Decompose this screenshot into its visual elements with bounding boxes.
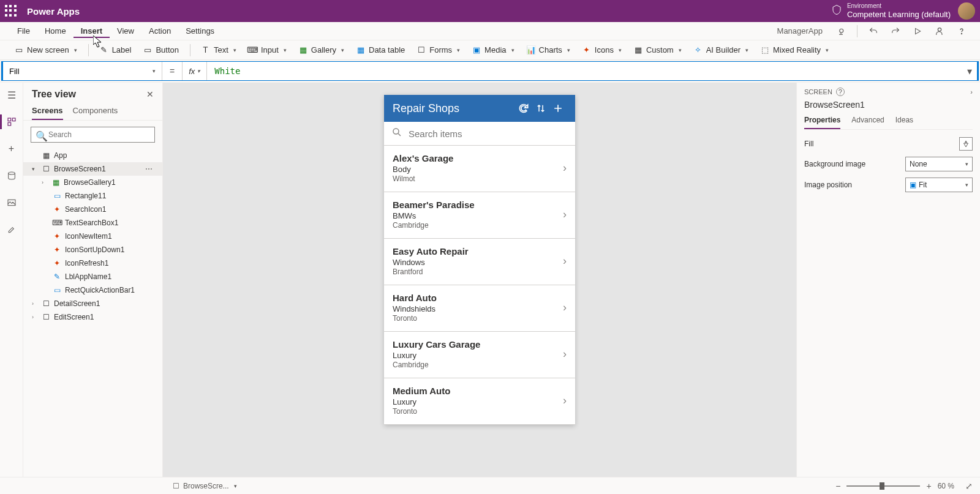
suite-header: Power Apps Environment Competent Learnin… bbox=[0, 0, 980, 22]
rail-tree-icon[interactable] bbox=[4, 114, 19, 129]
rail-media-icon[interactable] bbox=[4, 195, 19, 210]
fill-color-picker[interactable] bbox=[959, 137, 973, 151]
tree-item-app[interactable]: ▦App bbox=[23, 149, 162, 162]
gallery-button[interactable]: ▦Gallery▾ bbox=[294, 43, 349, 57]
formula-input[interactable] bbox=[207, 62, 962, 80]
button-button[interactable]: ▭Button bbox=[138, 43, 184, 57]
list-item-title: Luxury Cars Garage bbox=[393, 339, 563, 350]
rail-hamburger-icon[interactable]: ☰ bbox=[4, 88, 19, 102]
table-icon: ▦ bbox=[356, 46, 365, 54]
preview-refresh-icon[interactable] bbox=[515, 102, 532, 114]
preview-list-item[interactable]: Luxury Cars Garage Luxury Cambridge › bbox=[384, 332, 575, 378]
props-tab-properties[interactable]: Properties bbox=[804, 116, 840, 129]
formula-expand-button[interactable]: ▾ bbox=[962, 65, 977, 77]
preview-list-item[interactable]: Hard Auto Windshields Toronto › bbox=[384, 285, 575, 332]
preview-search-input[interactable] bbox=[409, 129, 568, 139]
data-table-button[interactable]: ▦Data table bbox=[352, 43, 410, 57]
tree-item-lbl-app[interactable]: ✎LblAppName1 bbox=[23, 270, 162, 283]
label-button[interactable]: ✎Label bbox=[95, 43, 137, 57]
props-collapse-icon[interactable]: › bbox=[970, 88, 973, 95]
tree-close-button[interactable]: ✕ bbox=[146, 89, 154, 99]
preview-sort-icon[interactable] bbox=[532, 103, 549, 114]
new-screen-button[interactable]: ▭New screen▾ bbox=[10, 43, 82, 57]
tree-search-input[interactable] bbox=[31, 127, 155, 143]
media-button[interactable]: ▣Media▾ bbox=[467, 43, 519, 57]
app-checker-icon[interactable] bbox=[832, 23, 850, 40]
preview-list-item[interactable]: Beamer's Paradise BMWs Cambridge › bbox=[384, 192, 575, 239]
list-item-subtitle: Luxury bbox=[393, 351, 563, 360]
tree-item-icon-new[interactable]: ✦IconNewItem1 bbox=[23, 230, 162, 243]
app-icon: ▦ bbox=[42, 151, 50, 160]
fx-label[interactable]: fx▾ bbox=[183, 62, 207, 80]
rail-insert-icon[interactable]: + bbox=[4, 141, 19, 156]
tree-item-search-icon[interactable]: ✦SearchIcon1 bbox=[23, 203, 162, 216]
menu-insert[interactable]: Insert bbox=[74, 24, 110, 38]
tree-tab-components[interactable]: Components bbox=[73, 106, 118, 120]
image-position-select[interactable]: ▣Fit▾ bbox=[905, 178, 973, 192]
charts-button[interactable]: 📊Charts▾ bbox=[522, 43, 575, 57]
icons-button[interactable]: ✦Icons▾ bbox=[578, 43, 627, 57]
preview-list-item[interactable]: Easy Auto Repair Windows Brantford › bbox=[384, 239, 575, 285]
user-avatar[interactable] bbox=[958, 2, 975, 20]
tree-item-text-search[interactable]: ⌨TextSearchBox1 bbox=[23, 216, 162, 230]
rail-data-icon[interactable] bbox=[4, 168, 19, 183]
props-tab-advanced[interactable]: Advanced bbox=[851, 116, 884, 129]
preview-add-icon[interactable] bbox=[549, 102, 567, 114]
more-icon[interactable]: ⋯ bbox=[145, 165, 157, 173]
screen-icon: ☐ bbox=[42, 299, 50, 308]
zoom-out-button[interactable]: − bbox=[835, 481, 840, 491]
tree-item-edit-screen[interactable]: ›☐EditScreen1 bbox=[23, 310, 162, 324]
share-button[interactable] bbox=[931, 23, 948, 40]
environment-picker[interactable]: Environment Competent Learning (default) bbox=[831, 2, 951, 20]
breadcrumb-screen-name[interactable]: BrowseScre... bbox=[183, 482, 229, 490]
tree-list: ▦App ▾☐BrowseScreen1⋯ ›▦BrowseGallery1 ▭… bbox=[23, 149, 162, 477]
app-preview[interactable]: Repair Shops Alex's Garage Body Wilmot ›… bbox=[384, 95, 575, 425]
tree-item-rectangle[interactable]: ▭Rectangle11 bbox=[23, 189, 162, 203]
ai-builder-button[interactable]: ✧AI Builder▾ bbox=[689, 43, 753, 57]
play-button[interactable] bbox=[909, 23, 926, 40]
props-tab-ideas[interactable]: Ideas bbox=[895, 116, 913, 129]
zoom-in-button[interactable]: + bbox=[926, 481, 931, 491]
screen-icon: ☐ bbox=[42, 313, 50, 321]
zoom-value: 60 % bbox=[938, 482, 954, 490]
undo-button[interactable] bbox=[865, 23, 882, 40]
tree-tab-screens[interactable]: Screens bbox=[32, 106, 63, 120]
preview-list-item[interactable]: Medium Auto Luxury Toronto › bbox=[384, 378, 575, 425]
menu-view[interactable]: View bbox=[110, 24, 141, 38]
preview-list-item[interactable]: Alex's Garage Body Wilmot › bbox=[384, 146, 575, 192]
redo-button[interactable] bbox=[887, 23, 904, 40]
tree-item-rect-quick[interactable]: ▭RectQuickActionBar1 bbox=[23, 283, 162, 297]
fit-screen-button[interactable]: ⤢ bbox=[965, 481, 973, 491]
help-button[interactable] bbox=[953, 23, 970, 40]
tree-item-detail-screen[interactable]: ›☐DetailScreen1 bbox=[23, 297, 162, 310]
bg-image-select[interactable]: None▾ bbox=[905, 157, 973, 171]
breadcrumb-chevron[interactable]: ▾ bbox=[234, 483, 237, 489]
canvas-area[interactable]: Repair Shops Alex's Garage Body Wilmot ›… bbox=[163, 83, 796, 477]
menu-file[interactable]: File bbox=[10, 24, 37, 38]
rail-tools-icon[interactable] bbox=[4, 222, 19, 237]
zoom-slider[interactable] bbox=[846, 485, 920, 487]
tree-item-icon-refresh[interactable]: ✦IconRefresh1 bbox=[23, 256, 162, 270]
chevron-right-icon: › bbox=[563, 348, 567, 361]
tree-item-icon-sort[interactable]: ✦IconSortUpDown1 bbox=[23, 243, 162, 256]
props-section-label: SCREEN bbox=[804, 88, 832, 95]
mixed-reality-button[interactable]: ⬚Mixed Reality▾ bbox=[756, 43, 834, 57]
icon-icon: ✦ bbox=[53, 205, 61, 214]
preview-header: Repair Shops bbox=[384, 95, 575, 122]
forms-button[interactable]: ☐Forms▾ bbox=[412, 43, 465, 57]
text-button[interactable]: ᎢText▾ bbox=[197, 43, 241, 57]
app-launcher-icon[interactable] bbox=[5, 5, 17, 17]
info-icon[interactable]: ? bbox=[836, 88, 845, 96]
tree-item-browse-screen[interactable]: ▾☐BrowseScreen1⋯ bbox=[23, 162, 162, 176]
property-selector[interactable]: Fill▾ bbox=[3, 62, 162, 80]
tree-item-gallery[interactable]: ›▦BrowseGallery1 bbox=[23, 176, 162, 189]
menu-settings[interactable]: Settings bbox=[178, 24, 222, 38]
menu-action[interactable]: Action bbox=[141, 24, 178, 38]
input-button[interactable]: ⌨Input▾ bbox=[244, 43, 292, 57]
menu-home[interactable]: Home bbox=[37, 24, 74, 38]
equals-sign: = bbox=[162, 62, 183, 80]
chevron-right-icon: › bbox=[563, 394, 567, 407]
custom-button[interactable]: ▦Custom▾ bbox=[629, 43, 687, 57]
preview-search-bar[interactable] bbox=[384, 122, 575, 146]
selected-control-name: BrowseScreen1 bbox=[804, 100, 973, 110]
